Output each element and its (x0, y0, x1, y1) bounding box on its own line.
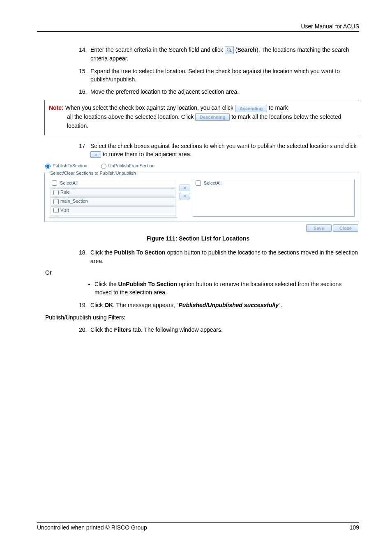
source-list: SelectAll Rulemain_SectionVisitHappyNewY… (49, 179, 177, 218)
step-14-t1: Enter the search criteria in the Search … (90, 46, 223, 53)
step-20-b1: Filters (114, 326, 131, 333)
note-t1: When you select the check box against an… (65, 104, 233, 111)
radio-publish-label: PublishToSection (53, 163, 87, 168)
radio-publish-input[interactable] (45, 164, 51, 169)
selectall-right-checkbox[interactable] (196, 180, 201, 186)
list-item-checkbox[interactable] (53, 208, 59, 213)
source-list-items[interactable]: Rulemain_SectionVisitHappyNewYear (50, 187, 176, 217)
list-item-checkbox[interactable] (53, 190, 59, 195)
list-item[interactable]: HappyNewYear (51, 215, 175, 217)
step-17-t1: Select the check boxes against the secti… (90, 143, 357, 149)
target-list: SelectAll (193, 179, 355, 217)
step-17-t2: to move them to the adjacent area. (103, 151, 191, 157)
move-right-button[interactable]: » (180, 185, 190, 191)
footer-left: Uncontrolled when printed © RISCO Group (37, 524, 147, 531)
step-19-t2: . The message appears, “ (113, 302, 178, 308)
note-label: Note: (49, 104, 64, 111)
selectall-right-label: SelectAll (204, 180, 221, 185)
move-left-button[interactable]: « (180, 193, 190, 199)
step-15-text: Expand the tree to select the location. … (90, 68, 340, 83)
step-19-t1: Click (90, 302, 103, 308)
list-item-label: Visit (60, 208, 69, 213)
step-14-search-bold: Search (237, 46, 256, 53)
bullet-unpublish: Click the UnPublish To Section option bu… (95, 280, 359, 297)
search-icon[interactable] (225, 46, 234, 54)
radio-publish-to-section[interactable]: PublishToSection (45, 163, 87, 169)
list-item-label: main_Section (60, 199, 88, 204)
selectall-left-label: SelectAll (60, 180, 78, 185)
step-14: 14. Enter the search criteria in the Sea… (79, 46, 359, 63)
list-item[interactable]: Rule (51, 188, 175, 197)
move-right-icon[interactable]: » (90, 151, 101, 158)
radio-unpublish-label: UnPublishFromSection (108, 163, 155, 168)
list-item-label: HappyNewYear (60, 216, 92, 217)
list-item-label: Rule (60, 190, 70, 194)
step-19-t3: ”. (279, 302, 282, 308)
page-header: User Manual for ACUS (37, 23, 359, 32)
radio-unpublish-input[interactable] (101, 164, 106, 169)
figure-caption: Figure 111: Section List for Locations (37, 235, 359, 242)
note-t2-a: to mark (269, 104, 288, 111)
step-18-b1: Publish To Section (114, 249, 166, 256)
header-title: User Manual for ACUS (301, 23, 359, 30)
list-item[interactable]: main_Section (51, 197, 175, 206)
save-button[interactable]: Save (306, 224, 332, 232)
step-18: 18. Click the Publish To Section option … (79, 248, 359, 265)
step-20-number: 20. (79, 326, 87, 334)
list-item[interactable]: Visit (51, 206, 175, 215)
bullet-b1: UnPublish To Section (118, 281, 178, 287)
step-19-b1: OK (104, 302, 113, 308)
page-footer: Uncontrolled when printed © RISCO Group … (37, 522, 359, 531)
step-17-number: 17. (79, 142, 87, 150)
note-box: Note: When you select the check box agai… (44, 100, 359, 135)
step-17: 17. Select the check boxes against the s… (79, 142, 359, 159)
close-button[interactable]: Close (333, 224, 358, 232)
step-19: 19. Click OK. The message appears, “Publ… (79, 301, 359, 309)
list-item-checkbox[interactable] (53, 199, 59, 204)
note-t2-b: all the locations above the selected loc… (67, 113, 194, 120)
step-18-t1: Click the (90, 249, 113, 256)
step-16-number: 16. (79, 88, 87, 96)
step-20-t1: Click the (90, 326, 113, 333)
radio-unpublish-from-section[interactable]: UnPublishFromSection (101, 163, 155, 169)
step-19-bi1: Published/Unpublished successfully (179, 302, 279, 308)
descending-button[interactable]: Descending (195, 113, 230, 121)
step-15: 15. Expand the tree to select the locati… (79, 67, 359, 84)
footer-right: 109 (350, 524, 359, 531)
section-list-screenshot: PublishToSection UnPublishFromSection Se… (44, 162, 359, 233)
selectall-left-checkbox[interactable] (52, 180, 57, 186)
para-filters: Publish/Unpublish using Filters: (45, 313, 359, 321)
list-item-checkbox[interactable] (53, 217, 59, 217)
step-14-number: 14. (79, 46, 87, 54)
sections-fieldset: Select/Clear Sections to Publish/Unpubli… (44, 171, 359, 222)
bullet-t1: Click the (95, 281, 117, 287)
step-15-number: 15. (79, 67, 87, 75)
step-20: 20. Click the Filters tab. The following… (79, 326, 359, 334)
step-16-text: Move the preferred location to the adjac… (90, 88, 239, 95)
step-16: 16. Move the preferred location to the a… (79, 88, 359, 96)
fieldset-legend: Select/Clear Sections to Publish/Unpubli… (49, 171, 137, 176)
step-18-number: 18. (79, 248, 87, 257)
step-19-number: 19. (79, 301, 87, 309)
ascending-button[interactable]: Ascending (235, 105, 267, 112)
or-text: Or (45, 269, 359, 276)
step-20-t2: tab. The following window appears. (133, 326, 222, 333)
